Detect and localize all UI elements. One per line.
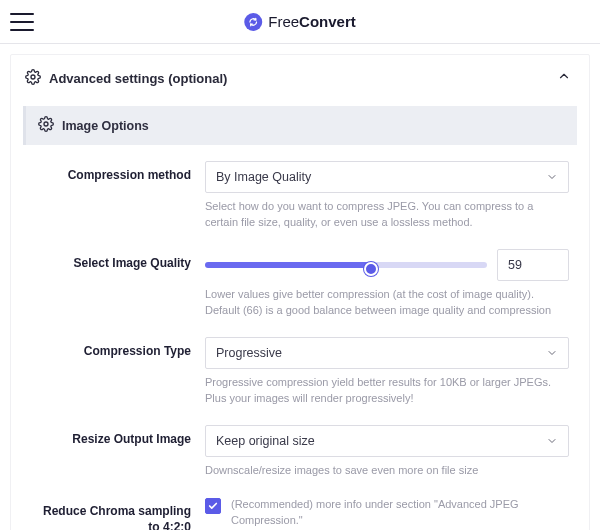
image-options-title: Image Options — [62, 119, 149, 133]
gear-icon — [25, 69, 41, 88]
resize-output-select[interactable]: Keep original size — [205, 425, 569, 457]
compression-method-hint: Select how do you want to compress JPEG.… — [205, 199, 569, 231]
reduce-chroma-hint: (Recommended) more info under section "A… — [231, 497, 569, 529]
compression-method-row: Compression method By Image Quality Sele… — [31, 161, 569, 231]
reduce-chroma-checkbox[interactable] — [205, 498, 221, 514]
reduce-chroma-row: Reduce Chroma sampling to 4:2:0 (Recomme… — [31, 497, 569, 530]
advanced-settings-title: Advanced settings (optional) — [49, 71, 227, 86]
hamburger-menu-icon[interactable] — [10, 13, 34, 31]
resize-output-hint: Downscale/resize images to save even mor… — [205, 463, 569, 479]
compression-method-value: By Image Quality — [216, 170, 311, 184]
advanced-settings-header[interactable]: Advanced settings (optional) — [11, 55, 589, 98]
chevron-down-icon — [546, 171, 558, 186]
compression-type-select[interactable]: Progressive — [205, 337, 569, 369]
image-quality-row: Select Image Quality 59 Lower values giv… — [31, 249, 569, 319]
image-options-subheader: Image Options — [23, 106, 577, 145]
image-quality-hint: Lower values give better compression (at… — [205, 287, 569, 319]
image-quality-input[interactable]: 59 — [497, 249, 569, 281]
compression-type-value: Progressive — [216, 346, 282, 360]
svg-point-1 — [44, 122, 48, 126]
brand-icon — [244, 13, 262, 31]
settings-card: Advanced settings (optional) Image Optio… — [10, 54, 590, 530]
image-quality-slider[interactable] — [205, 249, 487, 281]
compression-type-hint: Progressive compression yield better res… — [205, 375, 569, 407]
resize-output-value: Keep original size — [216, 434, 315, 448]
brand-name-light: Free — [268, 13, 299, 30]
slider-thumb[interactable] — [364, 262, 378, 276]
reduce-chroma-label: Reduce Chroma sampling to 4:2:0 — [31, 503, 191, 530]
page-body: Advanced settings (optional) Image Optio… — [0, 44, 600, 530]
chevron-down-icon — [546, 347, 558, 362]
chevron-down-icon — [546, 435, 558, 450]
image-quality-label: Select Image Quality — [31, 255, 191, 271]
svg-point-0 — [31, 75, 35, 79]
compression-method-select[interactable]: By Image Quality — [205, 161, 569, 193]
fields-area: Compression method By Image Quality Sele… — [11, 155, 589, 530]
resize-output-label: Resize Output Image — [31, 431, 191, 447]
resize-output-row: Resize Output Image Keep original size D… — [31, 425, 569, 479]
compression-method-label: Compression method — [31, 167, 191, 183]
brand-name-bold: Convert — [299, 13, 356, 30]
compression-type-label: Compression Type — [31, 343, 191, 359]
top-bar: FreeConvert — [0, 0, 600, 44]
chevron-up-icon — [557, 69, 571, 86]
compression-type-row: Compression Type Progressive Progressive… — [31, 337, 569, 407]
brand-logo[interactable]: FreeConvert — [244, 13, 356, 31]
gear-icon — [38, 116, 54, 135]
